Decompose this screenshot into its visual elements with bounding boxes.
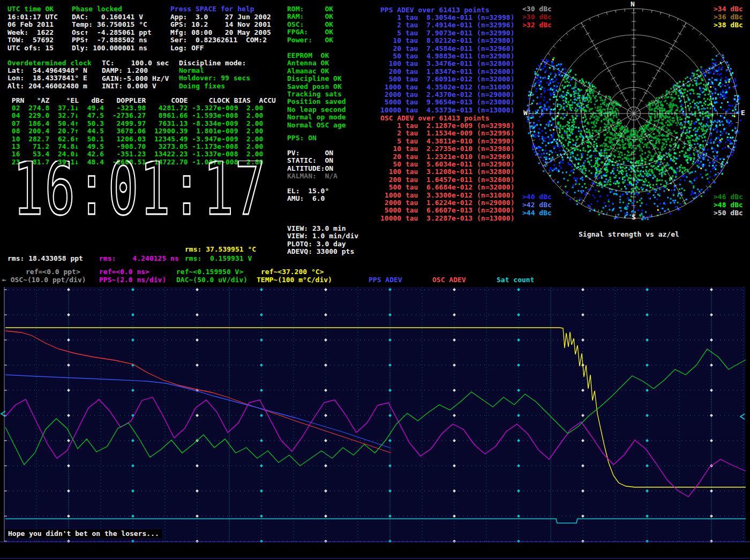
phase-lines: DAC: 0.160141 V Temp: 36.750015 °C Osc↑ …	[72, 13, 152, 52]
dac-scale-label: DAC~(50.0 uV/div)	[176, 276, 248, 284]
pps-adev-trace-label: PPS ADEV	[369, 276, 402, 284]
osc-ref-label: ref=<0.0 ppt>	[26, 268, 80, 276]
rms-temp: rms: 37.539951 °C	[185, 246, 256, 253]
sat-table-rows: 02 274.8 37.1↓ 49.4 -323.98 4281.72 -3.3…	[8, 104, 263, 166]
tc-lines: TC: 100.0 sec DAMP: 1.200 GAIN:-5.000 Hz…	[102, 59, 169, 90]
osc-scale-label: ← OSC~(10.0 ppt/div)	[2, 276, 86, 284]
sat-count-trace-label: Sat count	[497, 276, 534, 284]
help-header: Press SPACE for help	[170, 5, 254, 13]
osc-adev-rows: 1 tau 2.1287e-009 (n=32998) 2 tau 1.1534…	[380, 122, 514, 222]
plot-background	[4, 287, 746, 542]
receiver-status: EEPROM OK Antenna OK Almanac OK Discipli…	[287, 52, 346, 129]
dac-ref-label: ref~<0.159950 V>	[176, 268, 243, 276]
view-lines: VIEW: 23.0 min VIEW: 1.0 min/div PLOTQ: …	[287, 225, 358, 256]
plot-message: Hope you didn't bet on the losers...	[5, 529, 162, 538]
pps-scale-label: PPS~(2.0 ns/div)	[99, 276, 166, 284]
phase-header: Phase locked	[72, 5, 122, 13]
el-amu-lines: EL: 15.0° AMU: 6.0	[287, 187, 329, 203]
utc-status-lines: 16:01:17 UTC 06 Feb 2011 Week: 1622 TOW:…	[8, 13, 58, 52]
signal-strength-polar-plot	[522, 3, 747, 225]
pps-adev-rows: 1 tau 8.3054e-011 (n=32998) 2 tau 7.4914…	[380, 14, 514, 114]
discipline-lines: Normal Holdover: 99 secs Doing fixes	[179, 67, 250, 90]
rms-pps: rms: 4.240125 ns	[99, 255, 179, 262]
polar-caption: Signal strength vs az/el	[579, 231, 679, 238]
version-lines: App: 3.0 27 Jun 2002 GPS: 10.2 14 Nov 20…	[170, 13, 271, 52]
utc-status-header: UTC time OK	[8, 5, 54, 13]
pps-state: PPS: ON	[287, 134, 317, 142]
digital-clock-digits: 16:01:17	[13, 161, 267, 221]
position-lines: Lat: 54.4964948° N Lon: 18.4337841° E Al…	[8, 67, 87, 90]
temp-ref-label: ref~<37.200 °C>	[261, 268, 324, 276]
history-plot	[0, 284, 750, 560]
hardware-status: ROM: OK RAM: OK OSC: OK FPGA: OK Power: …	[287, 5, 333, 44]
app-window: UTC time OK 16:01:17 UTC 06 Feb 2011 Wee…	[0, 0, 750, 560]
kalman-line: KALMAN: N/A	[287, 172, 338, 180]
temp-scale-label: TEMP~(100 m°C/div)	[257, 276, 332, 284]
osc-adev-trace-label: OSC ADEV	[432, 276, 466, 284]
rms-osc: rms: 18.433058 ppt	[8, 255, 83, 262]
rms-dac: rms: 0.159931 V	[185, 255, 252, 262]
polar-grid	[529, 9, 739, 218]
digital-clock: 16:01:17	[13, 161, 270, 221]
pps-ref-label: ref=<0.0 ns>	[99, 268, 149, 276]
pv-lines: PV: ON STATIC: ON ALTITUDE:ON	[287, 149, 333, 172]
